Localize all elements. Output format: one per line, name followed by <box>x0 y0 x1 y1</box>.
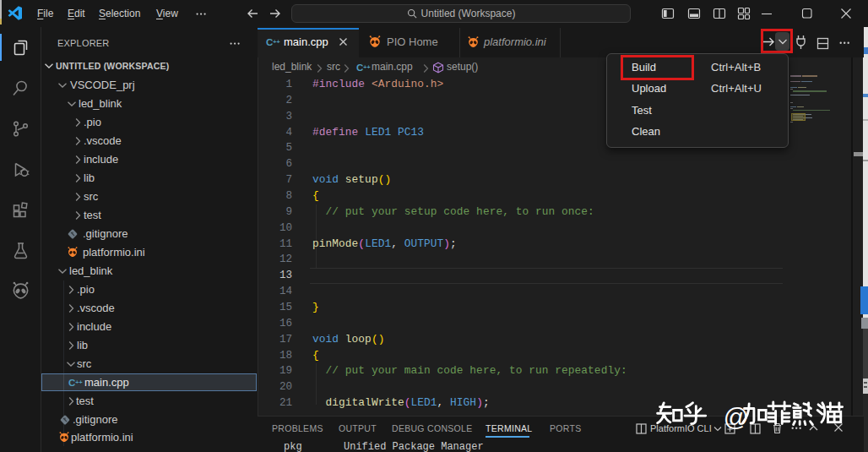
svg-text:@: @ <box>724 403 749 431</box>
